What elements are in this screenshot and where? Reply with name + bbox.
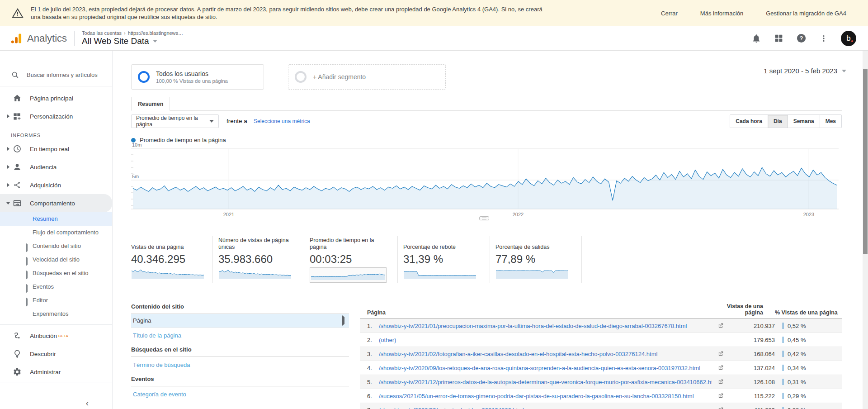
percent-bar: [783, 393, 783, 399]
tab-resumen[interactable]: Resumen: [131, 97, 170, 111]
metric-selector-dropdown[interactable]: Promedio de tiempo en la página: [131, 114, 219, 128]
page-link[interactable]: /showbiz-y-tv/2021/02/fotografian-a-iker…: [379, 351, 712, 357]
percent-bar: [783, 337, 783, 343]
sidebar-subitem-busquedas-en-el-sitio[interactable]: Búsquedas en el sitio: [0, 266, 112, 280]
sidebar-item-atribucion[interactable]: AtribuciónBETA: [0, 327, 112, 345]
search-input[interactable]: Buscar informes y artículos: [0, 63, 112, 86]
behavior-icon: [13, 199, 23, 208]
dimension-row-pagina[interactable]: Página: [131, 314, 349, 328]
sidebar-item-administrar[interactable]: Administrar: [0, 363, 112, 381]
expand-right-icon: [5, 114, 12, 118]
sidebar-item-pagina-principal[interactable]: Página principal: [0, 89, 112, 107]
pageviews-value: 115.222: [730, 393, 775, 399]
timeline-scrub-handle[interactable]: [479, 216, 489, 220]
avatar[interactable]: b: [841, 31, 856, 46]
sidebar-item-personalizacion[interactable]: Personalización: [0, 107, 112, 125]
sidebar-item-adquisicion[interactable]: Adquisición: [0, 176, 112, 194]
sidebar-item-label: Administrar: [30, 369, 61, 376]
customization-icon: [13, 112, 23, 121]
notifications-bell-icon[interactable]: [751, 33, 761, 43]
open-in-new-icon[interactable]: [712, 393, 730, 399]
sidebar-subitem-experimentos[interactable]: Experimentos: [0, 307, 112, 321]
sidebar-item-audiencia[interactable]: Audiencia: [0, 158, 112, 176]
dimension-group-header-contenido-del-sitio: Contenido del sitio: [131, 303, 349, 314]
granularity-mes[interactable]: Mes: [820, 115, 841, 128]
granularity-cada-hora[interactable]: Cada hora: [730, 115, 768, 128]
breadcrumb-account[interactable]: Todas las cuentas: [82, 30, 122, 36]
banner-action-gestionar-la-migracion-de-ga4[interactable]: Gestionar la migración de GA4: [766, 10, 846, 17]
sidebar-item-label: Página principal: [30, 95, 73, 102]
more-options-kebab-icon[interactable]: [819, 34, 828, 43]
open-in-new-icon[interactable]: [712, 323, 730, 329]
open-in-new-icon[interactable]: [712, 365, 730, 371]
sidebar-subitem-editor[interactable]: Editor: [0, 294, 112, 307]
date-range-selector[interactable]: 1 sept 2020 - 5 feb 2023: [764, 67, 846, 79]
sidebar-subitem-resumen[interactable]: Resumen: [0, 212, 112, 226]
dimension-link-categoria-de-evento[interactable]: Categoría de evento: [133, 391, 349, 398]
page-link[interactable]: /sucesos/2021/05/un-error-de-tomas-gimen…: [379, 393, 712, 399]
breadcrumb-property[interactable]: https://es.blastingnews…: [128, 30, 183, 36]
sidebar-subitem-flujo-del-comportamiento[interactable]: Flujo del comportamiento: [0, 226, 112, 239]
sidebar-subitem-label: Eventos: [33, 283, 54, 290]
pages-table: Página Vistas de una página % Vistas de …: [360, 302, 842, 409]
scorecard-porcentaje-de-salidas[interactable]: Porcentaje de salidas77,89 %: [495, 236, 582, 283]
sidebar-item-label: Adquisición: [30, 182, 61, 189]
analytics-logo-icon[interactable]: [10, 32, 23, 45]
scorecard-numero-de-vistas-de-pagina-unicas[interactable]: Número de vistas de página únicas35.983.…: [218, 236, 304, 283]
view-selector[interactable]: All Web Site Data: [82, 36, 183, 46]
row-rank: 7.: [367, 407, 379, 409]
column-header-pagina[interactable]: Página: [367, 309, 718, 316]
scorecard-porcentaje-de-rebote[interactable]: Porcentaje de rebote31,39 %: [403, 236, 490, 283]
sidebar-item-en-tiempo-real[interactable]: En tiempo real: [0, 140, 112, 158]
pageviews-value: 137.024: [730, 365, 775, 371]
date-range-value: 1 sept 2020 - 5 feb 2023: [764, 67, 837, 75]
select-metric-link[interactable]: Seleccione una métrica: [254, 118, 310, 124]
percent-bar: [783, 365, 783, 371]
page-link[interactable]: /showbiz-y-tv/2020/09/los-retoques-de-an…: [379, 365, 712, 371]
scorecard-vistas-de-una-pagina[interactable]: Vistas de una página40.346.295: [131, 236, 213, 283]
attribution-icon: [13, 331, 23, 340]
page-link[interactable]: (other): [379, 337, 712, 343]
scrollbar-thumb[interactable]: [863, 69, 868, 254]
dimension-panel: Contenido del sitioPáginaTítulo de la pá…: [131, 302, 349, 399]
sidebar-subitem-eventos[interactable]: Eventos: [0, 280, 112, 294]
column-header-pct-vistas[interactable]: % Vistas de una página: [775, 309, 842, 316]
page-link[interactable]: /showbiz-y-tv/2021/01/preocupacion-maxim…: [379, 323, 712, 329]
dimension-link-titulo-de-la-pagina[interactable]: Título de la página: [133, 332, 349, 339]
sidebar-subitem-contenido-del-sitio[interactable]: Contenido del sitio: [0, 239, 112, 253]
banner-action-mas-informacion[interactable]: Más información: [700, 10, 743, 17]
scorecard-sparkline: [310, 267, 387, 283]
granularity-dia[interactable]: Día: [768, 115, 788, 128]
segment-all-users[interactable]: Todos los usuarios 100,00 % Vistas de un…: [131, 64, 264, 90]
sidebar-item-descubrir[interactable]: Descubrir: [0, 345, 112, 363]
percent-value: 0,45 %: [788, 337, 806, 343]
open-in-new-icon[interactable]: [712, 379, 730, 385]
behavior-subnav: ResumenFlujo del comportamientoContenido…: [0, 212, 112, 321]
dimension-group-header-eventos: Eventos: [131, 376, 349, 386]
granularity-semana[interactable]: Semana: [788, 115, 820, 128]
vertical-scrollbar: [863, 51, 868, 409]
sidebar-subitem-label: Editor: [33, 297, 48, 304]
expand-right-icon: [26, 258, 28, 265]
help-icon[interactable]: ?: [796, 33, 807, 43]
home-icon: [13, 94, 23, 103]
page-link[interactable]: /showbiz-y-tv/2021/12/primeros-datos-de-…: [379, 379, 712, 385]
collapse-sidebar-button[interactable]: ‹: [86, 398, 89, 408]
search-placeholder: Buscar informes y artículos: [27, 71, 98, 78]
apps-grid-icon[interactable]: [774, 33, 783, 43]
chevron-down-icon: [842, 70, 846, 72]
table-row: 3./showbiz-y-tv/2021/02/fotografian-a-ik…: [360, 347, 842, 361]
open-in-new-icon[interactable]: [712, 351, 730, 357]
granularity-control: Cada horaDíaSemanaMes: [730, 114, 842, 128]
column-header-vistas[interactable]: Vistas de una página: [718, 303, 763, 316]
sidebar-nav: Página principalPersonalización: [0, 89, 112, 125]
sidebar-item-comportamiento[interactable]: Comportamiento: [0, 194, 112, 212]
scorecard-promedio-de-tiempo-en-la-pagina[interactable]: Promedio de tiempo en la página00:03:25: [310, 236, 398, 283]
dimension-link-termino-de-busqueda[interactable]: Término de búsqueda: [133, 361, 349, 368]
add-segment-button[interactable]: + Añadir segmento: [288, 64, 446, 90]
expand-right-icon: [26, 299, 28, 306]
open-in-new-icon[interactable]: [712, 407, 730, 409]
sidebar-subitem-velocidad-del-sitio[interactable]: Velocidad del sitio: [0, 253, 112, 266]
page-link[interactable]: /showbiz-y-tv/2020/09/antonio-david-...-…: [379, 407, 712, 409]
banner-action-cerrar[interactable]: Cerrar: [661, 10, 678, 17]
